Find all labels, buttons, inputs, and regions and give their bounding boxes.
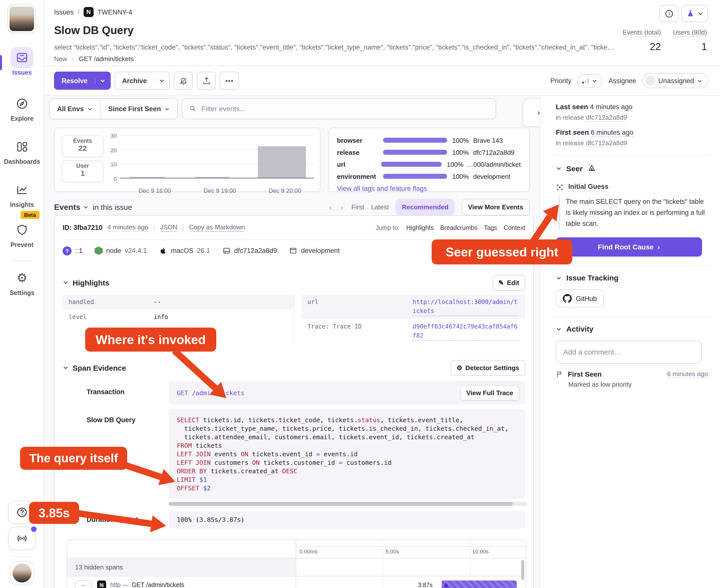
prev-event-button[interactable]: ‹: [329, 203, 333, 211]
seer-section-title[interactable]: Seer: [566, 164, 583, 172]
window-icon: [289, 247, 298, 255]
share-button[interactable]: [197, 71, 216, 90]
breadcrumb-issues[interactable]: Issues: [54, 8, 73, 16]
nav-recommended[interactable]: Recommended: [396, 199, 454, 215]
tag-row[interactable]: url100%…000/admin/tickets: [337, 158, 521, 170]
jump-context[interactable]: Context: [504, 224, 525, 231]
chip-os-macos[interactable]: macOS26.1: [159, 247, 210, 255]
explore-icon: [16, 97, 28, 110]
sql-query-box[interactable]: SELECT tickets.id, tickets.ticket_code, …: [169, 409, 525, 499]
user-count-card[interactable]: User1: [62, 160, 104, 182]
nextjs-badge: N: [97, 581, 106, 588]
activity-item-first-seen: First Seen 6 minutes ago: [556, 370, 708, 378]
environment-filter[interactable]: All Envs: [49, 99, 100, 119]
find-root-cause-button[interactable]: Find Root Cause›: [556, 237, 702, 256]
priority-select[interactable]: [577, 74, 602, 87]
seer-guess-text: The main SELECT query on the "tickets" t…: [559, 196, 709, 229]
hidden-spans-row[interactable]: 13 hidden spans: [67, 559, 295, 576]
chip-device[interactable]: dfc712a2a8d9: [222, 247, 277, 255]
sidebar-item-explore[interactable]: Explore: [0, 93, 44, 122]
activity-title[interactable]: Activity: [566, 324, 593, 333]
chip-environment[interactable]: development: [289, 247, 340, 255]
detector-settings-button[interactable]: ⚙Detector Settings: [450, 360, 525, 375]
events-section-subtitle: in this issue: [93, 203, 132, 211]
tag-row[interactable]: browser100%Brave 143: [337, 134, 521, 146]
transaction-link[interactable]: GET /admin/tickets: [177, 389, 245, 397]
events-bar-chart[interactable]: 30 20 10 0 Dec 9 18:00 Dec 9 19:00 Dec 9…: [120, 135, 314, 178]
trace-vertical-scrollbar[interactable]: [521, 560, 524, 580]
experiment-menu-button[interactable]: [681, 5, 708, 22]
sidebar-item-dashboards[interactable]: Dashboards: [0, 136, 44, 165]
last-seen-release-link[interactable]: dfc712a2a8d9: [586, 114, 627, 122]
event-time-link[interactable]: 4 minutes ago: [107, 224, 148, 232]
first-seen-value[interactable]: 6 minutes ago: [591, 129, 633, 137]
initial-guess-label[interactable]: Initial Guess: [568, 183, 609, 191]
jump-breadcrumbs[interactable]: Breadcrumbs: [440, 224, 478, 231]
edit-highlights-button[interactable]: ✎Edit: [492, 275, 525, 290]
comment-input[interactable]: Add a comment…: [556, 341, 702, 364]
github-link-button[interactable]: GitHub: [556, 290, 604, 308]
beta-badge: Beta: [21, 211, 40, 219]
archive-button[interactable]: Archive: [115, 77, 154, 84]
jump-tags[interactable]: Tags: [484, 224, 497, 231]
chip-user-ip[interactable]: ?::1: [63, 246, 83, 255]
chevron-down-icon: [165, 106, 170, 111]
search-input[interactable]: Filter events...: [182, 98, 496, 119]
events-count-card[interactable]: Events22: [62, 135, 104, 157]
sidebar-item-insights[interactable]: Insights: [0, 179, 44, 208]
tag-row[interactable]: release100%dfc712a2a8d9: [337, 146, 521, 158]
copy-markdown-link[interactable]: Copy as Markdown: [189, 224, 245, 232]
span-duration-bar[interactable]: [442, 581, 517, 588]
whats-new-button[interactable]: [8, 527, 36, 550]
jump-highlights[interactable]: Highlights: [406, 224, 434, 231]
org-avatar[interactable]: [7, 4, 36, 33]
last-seen-value[interactable]: 4 minutes ago: [590, 103, 633, 111]
first-seen-release-link[interactable]: dfc712a2a8d9: [586, 139, 627, 147]
stat-users-label[interactable]: Users (90d): [673, 28, 707, 37]
tag-bar: [383, 174, 447, 179]
unassigned-avatar: [645, 76, 655, 86]
date-range-filter[interactable]: Since First Seen: [100, 99, 177, 119]
issue-tracking-title[interactable]: Issue Tracking: [566, 273, 618, 282]
more-actions-button[interactable]: •••: [220, 71, 239, 90]
resolve-dropdown[interactable]: [94, 78, 110, 84]
breadcrumb-project[interactable]: TWENNY-4: [98, 8, 132, 16]
trace-id-link[interactable]: d90eff03c46742c79e43caf054af6f82: [412, 322, 519, 341]
view-more-events-button[interactable]: View More Events: [461, 199, 530, 215]
view-full-trace-button[interactable]: View Full Trace: [460, 385, 519, 401]
sidebar-item-prevent[interactable]: Prevent: [0, 219, 44, 248]
span-toggle[interactable]: –: [74, 581, 92, 588]
jump-to-label: Jump to:: [376, 224, 400, 231]
stat-events-label[interactable]: Events (total): [622, 28, 661, 37]
mute-button[interactable]: [174, 71, 193, 90]
highlights-title[interactable]: Highlights: [72, 278, 109, 287]
event-id: ID: 3fba7210: [63, 224, 102, 231]
trace-tick-0: 0.00ms: [299, 548, 317, 554]
user-avatar[interactable]: [10, 561, 34, 585]
activity-time-link[interactable]: 6 minutes ago: [667, 370, 708, 378]
view-all-tags-link[interactable]: View all tags and feature flags: [337, 185, 521, 192]
nav-first[interactable]: First: [352, 203, 364, 211]
sidebar-item-settings[interactable]: ⚙ Settings: [0, 268, 44, 296]
sql-horizontal-scrollbar[interactable]: [169, 502, 527, 506]
sidebar-item-issues[interactable]: Issues: [0, 47, 44, 76]
trace-tick-2: 10.00s: [472, 548, 489, 554]
sidebar-collapse-button[interactable]: »: [523, 98, 540, 127]
events-section-title[interactable]: Events: [54, 203, 89, 212]
span-duration: 3.87s: [418, 582, 432, 588]
nav-latest[interactable]: Latest: [371, 203, 389, 211]
assignee-select[interactable]: Unassigned: [642, 73, 708, 88]
span-evidence-title[interactable]: Span Evidence: [72, 363, 126, 372]
archive-dropdown[interactable]: [154, 78, 169, 84]
tags-summary-card: browser100%Brave 143release100%dfc712a2a…: [329, 128, 530, 192]
next-event-button[interactable]: ›: [340, 203, 344, 211]
highlight-row-trace-id: Trace: Trace IDd90eff03c46742c79e43caf05…: [301, 319, 525, 343]
substatus-divider: |: [72, 55, 74, 63]
trace-span-row[interactable]: – N http — GET /admin/tickets 3.87s: [67, 576, 526, 588]
tag-row[interactable]: environment100%development: [337, 170, 521, 182]
issue-info-button[interactable]: [659, 5, 678, 22]
json-link[interactable]: JSON: [160, 224, 177, 232]
resolve-button[interactable]: Resolve: [55, 77, 94, 84]
chip-runtime-node[interactable]: nodev24.4.1: [94, 247, 147, 255]
url-link[interactable]: http://localhost:3000/admin/tickets: [412, 297, 519, 316]
